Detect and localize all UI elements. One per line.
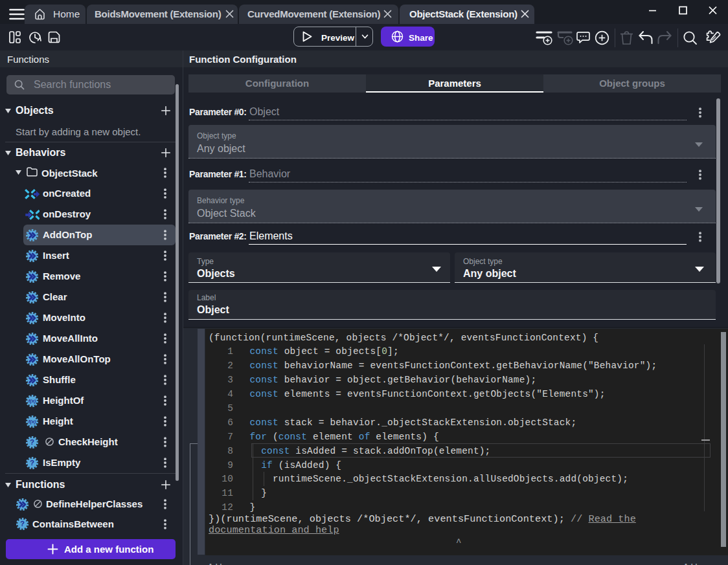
svg-text:?: ? [30,459,34,467]
svg-text:?: ? [20,520,25,527]
svg-text:f(x): f(x) [28,398,36,404]
svg-text:f(x): f(x) [28,419,36,425]
svg-text:?: ? [30,438,34,446]
